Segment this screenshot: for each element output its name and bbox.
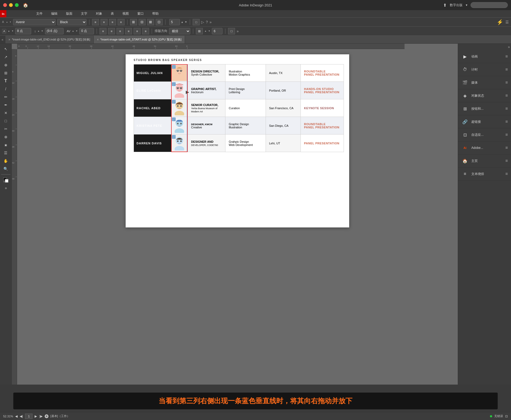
page-number-input[interactable] [25,414,32,419]
direction-select[interactable]: 横排 [169,28,190,34]
pen-tool[interactable]: ✒ [2,101,10,109]
adobe-panel-btn[interactable]: Ai Adobe... ≡ [458,141,511,154]
home-icon[interactable]: 🏠 [23,3,28,8]
menu-text[interactable]: 文字 [79,11,89,17]
tracking-input[interactable] [79,28,94,34]
cols-input[interactable] [212,28,222,34]
publish-label[interactable]: 数字出版 [450,3,463,7]
hyperlinks-panel-btn[interactable]: 🔗 超链接 ≡ [458,115,511,128]
fill-color-btn[interactable] [2,176,10,184]
table-btn-2[interactable]: □ [228,28,235,34]
preflight-icon[interactable]: ⚙ [45,414,48,418]
para-align-left[interactable]: ≡ [100,28,106,34]
grid-2-button[interactable]: ⊟ [139,19,146,25]
indesign-logo: In [0,10,6,17]
para-align-right[interactable]: ≡ [117,28,123,34]
para-align-center[interactable]: ≡ [108,28,115,34]
close-button[interactable] [3,3,7,7]
para-align-5[interactable]: ≡ [134,28,141,34]
menu-file[interactable]: 文件 [35,11,44,17]
adaptive-panel-btn[interactable]: ⊡ 自适应... ≡ [458,128,511,141]
link-icon: 🔗 [172,65,176,69]
object-state-panel-btn[interactable]: ◈ 对象状态 ≡ [458,89,511,102]
menu-table[interactable]: 表 [109,11,116,17]
scissors-tool[interactable]: ✂ [2,125,10,133]
type-tool[interactable]: T [2,77,10,85]
help-icon[interactable]: ? [206,20,208,24]
animation-panel-btn[interactable]: ▶ 动画 ≡ [458,50,511,63]
para-align-6[interactable]: ≡ [142,28,149,34]
zoom-tool[interactable]: 🔍 [2,165,10,173]
lightning-icon[interactable]: ⚡ [497,19,503,25]
expand-icon[interactable]: » [209,20,212,24]
apply-color-btn[interactable]: ⊕ [2,184,10,192]
menu-window[interactable]: 窗口 [136,11,145,17]
tab-1[interactable]: × *insert-image-table-cell_END.indd @ 52… [5,36,94,43]
table-cell-tool[interactable]: ☰ [2,149,10,157]
close-icon-tab1[interactable]: × [9,38,10,42]
align-center-button[interactable]: ≡ [101,19,108,25]
expand-status-btn[interactable]: ⊡ [505,414,508,418]
align-right-button[interactable]: ≡ [109,19,116,25]
direct-selection-tool[interactable]: ↗ [2,53,10,61]
rows-up-icon[interactable]: ▲ [181,21,184,23]
grid-3-button[interactable]: ⊠ [147,19,154,25]
page-last-btn[interactable]: |▶ [39,414,42,418]
erase-tool[interactable]: ✕ [2,109,10,117]
font-style-select[interactable]: Black [57,19,86,25]
page-first-btn[interactable]: ◀| [20,414,23,418]
page-next-btn[interactable]: ▶ [35,414,37,418]
rows-input[interactable] [169,19,180,25]
title-cell: DESIGNER AND DEVELOPER, CODE760 [188,134,225,152]
grid-1-button[interactable]: ⊞ [130,19,137,25]
panel-options-icon[interactable]: ☰ [505,20,509,24]
panel-toggle[interactable]: « [0,36,5,43]
cols-up-icon: ▲ [204,30,207,32]
page-tool[interactable]: ⊕ [2,61,10,69]
page-prev-btn[interactable]: ◀ [15,414,18,418]
minimize-button[interactable] [9,3,13,7]
pencil-tool[interactable]: ✏ [2,93,10,101]
table-btn[interactable]: ⊞ [196,28,203,34]
tab-2[interactable]: × *insert-image-table-cell_START.indd @ … [94,36,185,43]
collapse-icon[interactable]: » [508,45,510,49]
gap-tool[interactable]: ⊞ [2,69,10,77]
line-tool[interactable]: / [2,85,10,93]
session-cell: PANEL PRESENTATION [301,134,344,152]
hand-tool[interactable]: ✋ [2,157,10,165]
more-1-button[interactable]: □ [193,19,200,25]
align-justify-button[interactable]: ≡ [118,19,125,25]
menu-help[interactable]: 帮助 [151,11,160,17]
more-options-icon[interactable]: » [237,29,239,33]
font-size-input[interactable] [15,28,31,34]
adaptive-extra-icon: ≡ [505,132,508,137]
rows-down-icon[interactable]: ▼ [184,21,187,23]
media-panel-btn[interactable]: 🎬 媒体 ≡ [458,76,511,89]
gradient-feather-tool[interactable]: ▣ [2,141,10,149]
menu-view[interactable]: 视图 [121,11,130,17]
title-cell: DESIGNER, KMCM Creative [188,117,225,134]
selection-tool[interactable]: ↖ [2,45,10,53]
gradient-tool[interactable]: ⊗ [2,133,10,141]
share-icon[interactable]: ⬆ [443,3,447,8]
buttons-panel-btn[interactable]: ⊞ 按钮和... ≡ [458,102,511,115]
grid-4-button[interactable]: ⊡ [156,19,163,25]
align-left-button[interactable]: ≡ [92,19,99,25]
leading-input[interactable] [45,28,64,34]
maximize-button[interactable] [15,3,19,7]
home-panel-btn[interactable]: 🏠 主页 ≡ [458,154,511,168]
menu-edit[interactable]: 编辑 [50,11,59,17]
document-canvas[interactable]: STUDIO BROWN BAG SPEAKER SERIES MIGUEL J… [17,49,458,385]
rectangle-tool[interactable]: □ [2,117,10,125]
menu-object[interactable]: 对象 [94,11,104,17]
close-icon-tab2[interactable]: × [97,38,99,42]
search-input[interactable] [471,2,508,8]
chevron-down-icon[interactable]: ▾ [466,3,467,7]
canvas-area[interactable]: 0 6 12 18 30 36 42 48 54 60 6 [12,44,458,385]
para-align-justify[interactable]: ≡ [125,28,132,34]
menu-layout[interactable]: 版面 [64,11,74,17]
font-family-select[interactable]: Avenir [13,19,56,25]
text-wrap-panel-btn[interactable]: ≡ 文本绕排 ≡ [458,168,511,181]
timing-panel-btn[interactable]: ⏱ 计时 ≡ [458,63,511,76]
panel-header: » [458,44,511,50]
